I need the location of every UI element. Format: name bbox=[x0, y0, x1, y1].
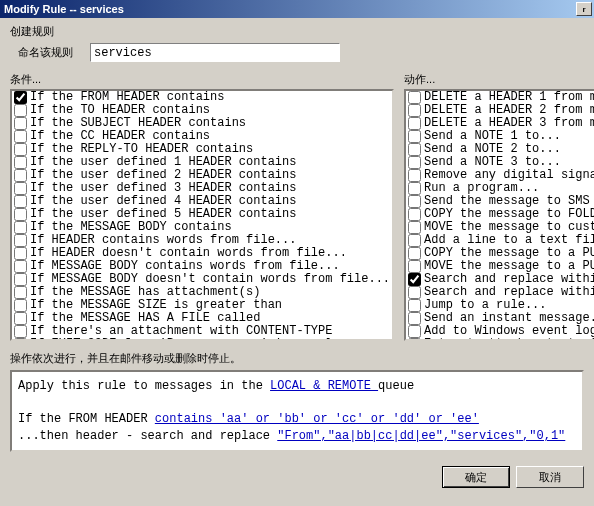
preview-text: ...then header - search and replace bbox=[18, 429, 277, 443]
create-rule-label: 创建规则 bbox=[10, 24, 584, 39]
item-checkbox[interactable] bbox=[408, 130, 421, 143]
ok-button[interactable]: 确定 bbox=[442, 466, 510, 488]
item-checkbox[interactable] bbox=[14, 156, 27, 169]
conditions-listbox[interactable]: If the FROM HEADER containsIf the TO HEA… bbox=[10, 89, 394, 341]
item-checkbox[interactable] bbox=[408, 325, 421, 338]
cancel-button[interactable]: 取消 bbox=[516, 466, 584, 488]
item-label: Extract attachments to folder... bbox=[424, 338, 594, 341]
item-checkbox[interactable] bbox=[14, 312, 27, 325]
item-checkbox[interactable] bbox=[14, 143, 27, 156]
item-checkbox[interactable] bbox=[14, 91, 27, 104]
item-checkbox[interactable] bbox=[14, 260, 27, 273]
item-checkbox[interactable] bbox=[14, 195, 27, 208]
item-checkbox[interactable] bbox=[408, 143, 421, 156]
window-title: Modify Rule -- services bbox=[4, 3, 576, 15]
item-checkbox[interactable] bbox=[408, 195, 421, 208]
item-checkbox[interactable] bbox=[408, 208, 421, 221]
item-checkbox[interactable] bbox=[14, 130, 27, 143]
item-checkbox[interactable] bbox=[14, 325, 27, 338]
item-checkbox[interactable] bbox=[14, 117, 27, 130]
item-checkbox[interactable] bbox=[408, 182, 421, 195]
rule-name-input[interactable] bbox=[90, 43, 340, 62]
item-checkbox[interactable] bbox=[408, 156, 421, 169]
item-checkbox[interactable] bbox=[14, 234, 27, 247]
item-checkbox[interactable] bbox=[14, 221, 27, 234]
actions-listbox[interactable]: DELETE a HEADER 1 from messageDELETE a H… bbox=[404, 89, 594, 341]
item-checkbox[interactable] bbox=[408, 273, 421, 286]
item-label: If EXIT CODE from 'Run a program' is equ… bbox=[30, 338, 332, 341]
condition-link[interactable]: contains 'aa' or 'bb' or 'cc' or 'dd' or… bbox=[155, 412, 479, 426]
item-checkbox[interactable] bbox=[408, 169, 421, 182]
item-checkbox[interactable] bbox=[14, 286, 27, 299]
item-checkbox[interactable] bbox=[408, 117, 421, 130]
conditions-label: 条件... bbox=[10, 72, 394, 87]
list-item[interactable]: If EXIT CODE from 'Run a program' is equ… bbox=[12, 338, 392, 341]
item-checkbox[interactable] bbox=[408, 286, 421, 299]
item-checkbox[interactable] bbox=[408, 299, 421, 312]
item-checkbox[interactable] bbox=[408, 104, 421, 117]
item-checkbox[interactable] bbox=[14, 299, 27, 312]
item-checkbox[interactable] bbox=[408, 221, 421, 234]
item-checkbox[interactable] bbox=[408, 91, 421, 104]
item-checkbox[interactable] bbox=[14, 273, 27, 286]
item-checkbox[interactable] bbox=[14, 247, 27, 260]
preview-label: 操作依次进行，并且在邮件移动或删除时停止。 bbox=[10, 351, 584, 366]
preview-text: Apply this rule to messages in the bbox=[18, 379, 270, 393]
rule-name-label: 命名该规则 bbox=[18, 45, 90, 60]
item-checkbox[interactable] bbox=[408, 234, 421, 247]
item-checkbox[interactable] bbox=[408, 260, 421, 273]
title-bar: Modify Rule -- services r bbox=[0, 0, 594, 18]
item-checkbox[interactable] bbox=[408, 312, 421, 325]
close-button[interactable]: r bbox=[576, 2, 592, 16]
rule-preview: Apply this rule to messages in the LOCAL… bbox=[10, 370, 584, 452]
preview-text: If the FROM HEADER bbox=[18, 412, 155, 426]
item-checkbox[interactable] bbox=[14, 182, 27, 195]
item-checkbox[interactable] bbox=[14, 169, 27, 182]
actions-label: 动作... bbox=[404, 72, 594, 87]
action-link[interactable]: "From","aa|bb|cc|dd|ee","services","0,1" bbox=[277, 429, 565, 443]
preview-text: queue bbox=[378, 379, 414, 393]
item-checkbox[interactable] bbox=[408, 247, 421, 260]
item-checkbox[interactable] bbox=[14, 338, 27, 341]
queue-link[interactable]: LOCAL & REMOTE bbox=[270, 379, 378, 393]
item-checkbox[interactable] bbox=[14, 104, 27, 117]
item-checkbox[interactable] bbox=[14, 208, 27, 221]
list-item[interactable]: Extract attachments to folder... bbox=[406, 338, 594, 341]
item-checkbox[interactable] bbox=[408, 338, 421, 341]
